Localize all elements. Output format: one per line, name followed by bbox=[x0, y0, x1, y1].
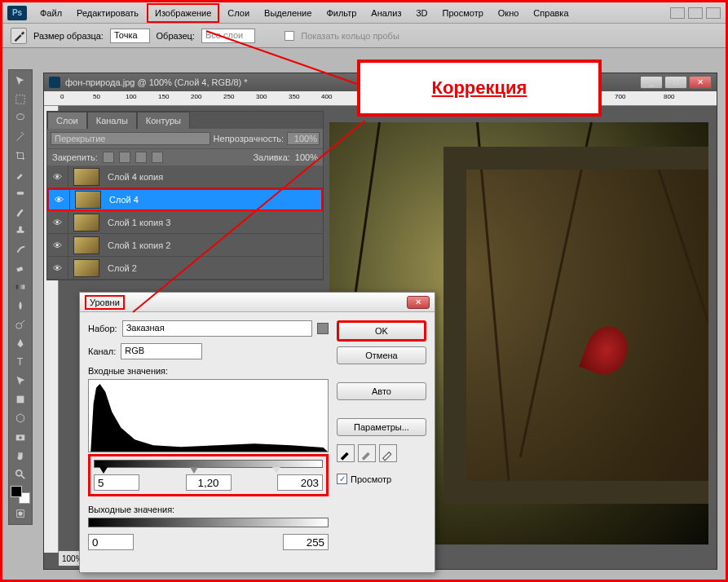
layer-thumbnail[interactable] bbox=[75, 191, 101, 209]
layer-row[interactable]: 👁 Слой 4 bbox=[47, 188, 323, 211]
visibility-icon[interactable]: 👁 bbox=[47, 257, 68, 279]
blur-tool[interactable] bbox=[11, 297, 30, 315]
input-gradient[interactable] bbox=[94, 460, 323, 468]
channel-select[interactable]: RGB bbox=[121, 343, 202, 359]
marquee-tool[interactable] bbox=[11, 90, 30, 108]
lock-all-icon[interactable] bbox=[152, 152, 163, 163]
output-white-field[interactable] bbox=[283, 534, 329, 550]
hand-tool[interactable] bbox=[11, 447, 30, 465]
menu-window[interactable]: Окно bbox=[492, 5, 526, 21]
preview-checkbox[interactable]: ✓ bbox=[337, 474, 347, 484]
layer-thumbnail[interactable] bbox=[73, 168, 99, 186]
menu-image[interactable]: Изображение bbox=[147, 3, 219, 23]
menu-edit[interactable]: Редактировать bbox=[70, 5, 145, 21]
layer-name[interactable]: Слой 4 копия bbox=[104, 172, 323, 182]
color-swatches[interactable] bbox=[11, 486, 30, 504]
ok-button[interactable]: OK bbox=[337, 320, 426, 342]
workspace-icon[interactable] bbox=[670, 7, 685, 19]
midtone-slider[interactable] bbox=[190, 467, 198, 474]
tab-paths[interactable]: Контуры bbox=[137, 112, 190, 129]
shape-tool[interactable] bbox=[11, 390, 30, 408]
menu-select[interactable]: Выделение bbox=[258, 5, 318, 21]
quickmask-tool[interactable] bbox=[11, 505, 30, 522]
preset-select[interactable]: Заказная bbox=[122, 320, 312, 337]
black-point-slider[interactable] bbox=[99, 467, 108, 474]
move-tool[interactable] bbox=[11, 72, 30, 90]
layer-thumbnail[interactable] bbox=[73, 214, 99, 231]
maximize-button[interactable]: □ bbox=[664, 76, 687, 89]
sample-label: Образец: bbox=[157, 31, 195, 41]
menu-layer[interactable]: Слои bbox=[221, 5, 256, 21]
visibility-icon[interactable]: 👁 bbox=[47, 165, 68, 187]
visibility-icon[interactable]: 👁 bbox=[49, 190, 70, 209]
tab-channels[interactable]: Каналы bbox=[87, 112, 137, 129]
lock-position-icon[interactable] bbox=[135, 152, 147, 163]
lock-pixels-icon[interactable] bbox=[119, 152, 130, 163]
pen-tool[interactable] bbox=[11, 334, 30, 352]
layer-name[interactable]: Слой 1 копия 3 bbox=[104, 218, 323, 227]
layer-name[interactable]: Слой 1 копия 2 bbox=[104, 240, 323, 250]
menu-help[interactable]: Справка bbox=[527, 5, 575, 21]
type-tool[interactable]: T bbox=[11, 353, 30, 371]
dialog-titlebar[interactable]: Уровни ✕ bbox=[80, 293, 435, 312]
blend-mode-select[interactable]: Перекрытие bbox=[51, 132, 210, 145]
lasso-tool[interactable] bbox=[11, 109, 30, 127]
camera-tool[interactable] bbox=[11, 428, 30, 446]
eyedropper-tool[interactable] bbox=[11, 165, 30, 183]
layer-row[interactable]: 👁 Слой 4 копия bbox=[47, 165, 323, 188]
callout-text: Коррекция bbox=[432, 77, 527, 99]
sample-select[interactable]: Все слои bbox=[201, 29, 255, 43]
layer-thumbnail[interactable] bbox=[73, 236, 99, 254]
dialog-close-button[interactable]: ✕ bbox=[407, 296, 430, 309]
layer-row[interactable]: 👁 Слой 1 копия 2 bbox=[47, 234, 323, 257]
minimize-button[interactable]: _ bbox=[640, 76, 663, 89]
output-gradient[interactable] bbox=[88, 518, 329, 527]
3d-tool[interactable] bbox=[11, 409, 30, 427]
workspace-icon[interactable] bbox=[706, 7, 721, 19]
menu-file[interactable]: Файл bbox=[33, 5, 68, 21]
menu-analysis[interactable]: Анализ bbox=[364, 5, 408, 21]
menu-filter[interactable]: Фильтр bbox=[320, 5, 363, 21]
close-button[interactable]: ✕ bbox=[689, 76, 712, 89]
brush-tool[interactable] bbox=[11, 203, 30, 221]
eyedropper-icon[interactable] bbox=[11, 28, 27, 44]
output-black-field[interactable] bbox=[88, 534, 134, 550]
input-black-field[interactable] bbox=[94, 474, 139, 491]
layer-row[interactable]: 👁 Слой 1 копия 3 bbox=[47, 211, 323, 234]
layer-name[interactable]: Слой 2 bbox=[104, 263, 323, 273]
dodge-tool[interactable] bbox=[11, 315, 30, 333]
layer-name[interactable]: Слой 4 bbox=[106, 195, 321, 205]
gray-eyedropper-icon[interactable] bbox=[358, 444, 376, 462]
white-eyedropper-icon[interactable] bbox=[379, 444, 397, 462]
zoom-tool[interactable] bbox=[11, 465, 30, 483]
layer-row[interactable]: 👁 Слой 2 bbox=[47, 257, 323, 280]
gradient-tool[interactable] bbox=[11, 278, 30, 296]
layer-thumbnail[interactable] bbox=[73, 259, 99, 277]
sample-size-select[interactable]: Точка bbox=[110, 29, 150, 43]
wand-tool[interactable] bbox=[11, 128, 30, 146]
workspace-icon[interactable] bbox=[688, 7, 703, 19]
ring-checkbox[interactable] bbox=[285, 31, 294, 41]
white-point-slider[interactable] bbox=[272, 467, 280, 474]
input-white-field[interactable] bbox=[277, 474, 323, 491]
fill-value[interactable]: 100% bbox=[295, 152, 318, 162]
menu-view[interactable]: Просмотр bbox=[436, 5, 490, 21]
opacity-value[interactable]: 100% bbox=[287, 132, 320, 145]
eraser-tool[interactable] bbox=[11, 259, 30, 277]
input-gamma-field[interactable] bbox=[186, 474, 232, 491]
visibility-icon[interactable]: 👁 bbox=[47, 211, 68, 233]
black-eyedropper-icon[interactable] bbox=[337, 444, 355, 462]
tab-layers[interactable]: Слои bbox=[47, 112, 87, 129]
history-brush-tool[interactable] bbox=[11, 240, 30, 258]
visibility-icon[interactable]: 👁 bbox=[47, 234, 68, 256]
stamp-tool[interactable] bbox=[11, 222, 30, 240]
heal-tool[interactable] bbox=[11, 184, 30, 202]
path-select-tool[interactable] bbox=[11, 372, 30, 390]
cancel-button[interactable]: Отмена bbox=[337, 346, 426, 364]
options-button[interactable]: Параметры... bbox=[337, 418, 426, 436]
crop-tool[interactable] bbox=[11, 147, 30, 165]
menu-3d[interactable]: 3D bbox=[409, 5, 434, 21]
auto-button[interactable]: Авто bbox=[337, 382, 426, 400]
preset-menu-icon[interactable] bbox=[317, 323, 329, 334]
lock-transparency-icon[interactable] bbox=[103, 152, 114, 163]
